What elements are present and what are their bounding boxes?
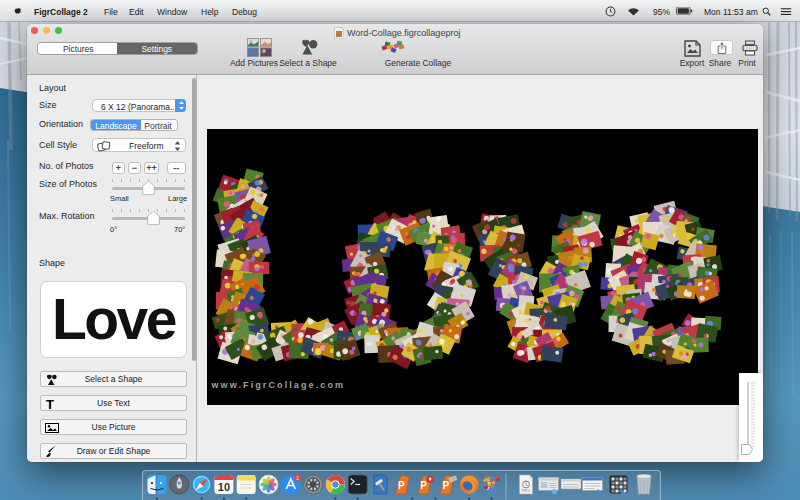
svg-text:P: P	[398, 480, 405, 491]
svg-text:P: P	[420, 480, 427, 491]
svg-text:10: 10	[218, 481, 230, 493]
svg-text:P: P	[443, 480, 450, 491]
svg-text:1: 1	[296, 475, 299, 481]
svg-text:PROJ: PROJ	[522, 489, 531, 493]
